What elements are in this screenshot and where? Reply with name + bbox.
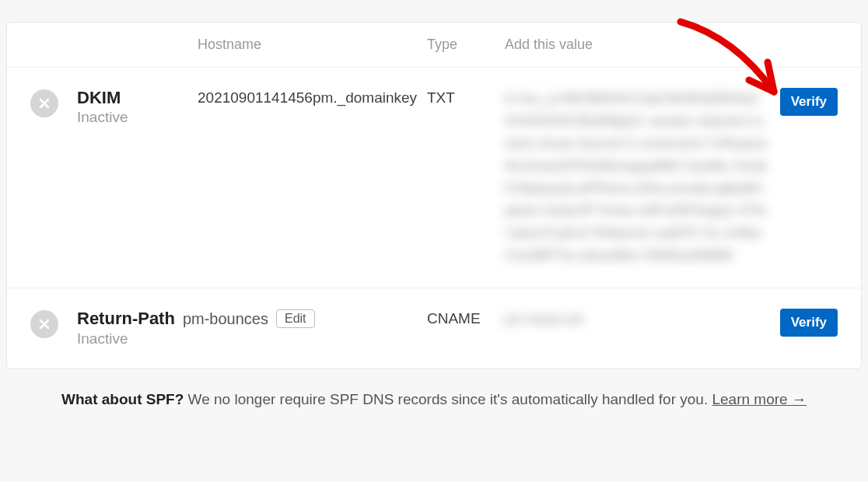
table-header: Hostname Type Add this value — [7, 23, 861, 68]
spf-footer-note: What about SPF? We no longer require SPF… — [0, 369, 868, 419]
record-name: Return-Path — [77, 309, 175, 329]
col-header-type: Type — [427, 37, 505, 53]
verify-button[interactable]: Verify — [780, 309, 838, 337]
record-status: Inactive — [77, 330, 427, 349]
record-hostname: pm-bounces — [183, 310, 268, 328]
record-name: DKIM — [77, 88, 198, 108]
status-inactive-icon — [30, 310, 58, 338]
status-inactive-icon — [30, 89, 58, 117]
dns-records-panel: Hostname Type Add this value DKIM Inacti… — [6, 22, 862, 369]
learn-more-link[interactable]: Learn more → — [712, 391, 806, 407]
table-row: DKIM Inactive 20210901141456pm._domainke… — [7, 68, 861, 288]
record-value-redacted: pm.mtasv.net — [505, 309, 637, 331]
verify-button[interactable]: Verify — [780, 88, 838, 116]
record-status: Inactive — [77, 108, 198, 127]
col-header-value: Add this value — [505, 37, 768, 53]
edit-button[interactable]: Edit — [276, 309, 315, 328]
record-hostname: 20210901141456pm._domainkey — [198, 88, 427, 109]
record-type: CNAME — [427, 309, 505, 330]
footer-body: We no longer require SPF DNS records sin… — [188, 391, 709, 407]
record-type: TXT — [427, 88, 505, 109]
footer-lead: What about SPF? — [61, 391, 184, 407]
record-value-redacted: k=rsa;_p=MIGfMA0GCSqGSIb3DQEBAQUAA4GNADC… — [505, 88, 768, 267]
table-row: Return-Path pm-bounces Edit Inactive CNA… — [7, 288, 861, 368]
col-header-hostname: Hostname — [198, 37, 427, 53]
